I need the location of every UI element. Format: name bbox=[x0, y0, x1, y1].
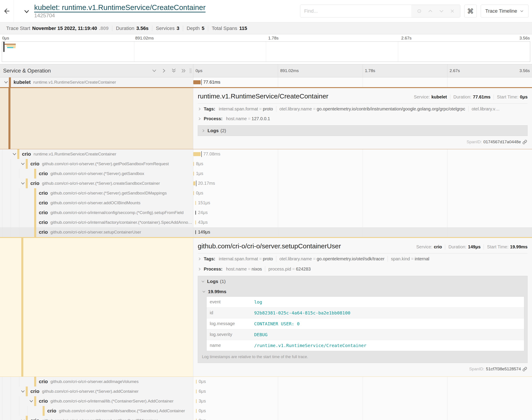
expand-chevron-down-icon[interactable] bbox=[20, 389, 26, 394]
span-timeline-cell[interactable]: 0μs bbox=[193, 406, 532, 416]
log-field-key: log.severity bbox=[210, 332, 254, 337]
tag-equals: = bbox=[312, 256, 317, 261]
minimap-tick-label: 2.67s bbox=[401, 36, 411, 41]
span-timeline-cell[interactable]: 77.08ms bbox=[193, 149, 532, 159]
next-result-chevron-down-icon[interactable] bbox=[439, 8, 444, 14]
expand-one-chevron-right-icon[interactable] bbox=[161, 68, 167, 73]
span-timeline-cell[interactable]: 8μs bbox=[193, 159, 532, 169]
meta-separator bbox=[494, 94, 494, 100]
expand-chevron-down-icon[interactable] bbox=[12, 152, 17, 157]
span-timeline-cell[interactable]: 3μs bbox=[193, 396, 532, 406]
minimap-canvas[interactable] bbox=[2, 42, 530, 62]
span-timeline-cell[interactable]: 1μs bbox=[193, 169, 532, 179]
span-row[interactable]: criogithub.com/cri-o/cri-o/server.(*Serv… bbox=[0, 169, 532, 179]
span-row[interactable]: criogithub.com/cri-o/cri-o/server.(*Serv… bbox=[0, 416, 532, 420]
span-duration-label: 0μs bbox=[199, 408, 206, 413]
span-timeline-cell[interactable]: 20.17ms bbox=[193, 179, 532, 188]
span-duration-bar[interactable] bbox=[193, 191, 194, 195]
expand-all-double-chevron-right-icon[interactable] bbox=[181, 68, 187, 73]
span-duration-bar[interactable] bbox=[193, 152, 201, 156]
span-timeline-cell[interactable]: 43μs bbox=[193, 218, 532, 227]
expand-chevron-down-icon[interactable] bbox=[20, 181, 26, 186]
span-row[interactable]: kubeletruntime.v1.RuntimeService/CreateC… bbox=[0, 77, 532, 87]
tags-accordion[interactable]: Tags:internal.span.format=protootel.libr… bbox=[198, 254, 528, 264]
span-duration-bar[interactable] bbox=[193, 172, 194, 176]
span-row[interactable]: criogithub.com/cri-o/cri-o/server.(*Serv… bbox=[0, 159, 532, 169]
span-duration-bar[interactable] bbox=[195, 201, 196, 205]
tree-indent-guide bbox=[2, 377, 2, 387]
span-detail-title-row: github.com/cri-o/cri-o/server.setupConta… bbox=[198, 242, 528, 250]
span-row[interactable]: crioruntime.v1.RuntimeService/CreateCont… bbox=[0, 149, 532, 159]
span-row[interactable]: criogithub.com/cri-o/cri-o/server.setupC… bbox=[0, 227, 532, 237]
span-log-tick bbox=[196, 180, 196, 186]
tree-indent-guide bbox=[2, 387, 2, 396]
link-icon[interactable] bbox=[522, 367, 527, 372]
trace-title-link[interactable]: kubelet: runtime.v1.RuntimeService/Creat… bbox=[34, 3, 205, 13]
span-duration-bar[interactable] bbox=[196, 380, 197, 384]
span-timeline-cell[interactable]: 6μs bbox=[193, 387, 532, 396]
span-duration-bar[interactable] bbox=[193, 162, 194, 166]
span-duration-bar[interactable] bbox=[195, 211, 196, 215]
trace-collapse-chevron-icon[interactable] bbox=[23, 9, 30, 14]
span-duration-bar[interactable] bbox=[196, 419, 197, 420]
span-duration-bar[interactable] bbox=[193, 80, 201, 84]
trace-view-dropdown[interactable]: Trace Timeline bbox=[481, 5, 529, 17]
tree-indent-guide bbox=[11, 188, 11, 198]
span-duration-bar[interactable] bbox=[196, 409, 197, 413]
expand-chevron-down-icon[interactable] bbox=[20, 162, 26, 166]
expand-chevron-down-icon[interactable] bbox=[28, 399, 34, 404]
span-timeline-cell[interactable]: 0μs bbox=[193, 188, 532, 198]
span-timeline-cell[interactable]: 24μs bbox=[193, 208, 532, 218]
link-icon[interactable] bbox=[522, 140, 527, 144]
span-timeline-cell[interactable]: 0μs bbox=[193, 377, 532, 387]
span-service-name: crio bbox=[31, 389, 39, 394]
span-color-bar bbox=[34, 227, 36, 237]
clear-search-x-icon[interactable] bbox=[450, 9, 455, 14]
column-resize-handle[interactable] bbox=[190, 68, 191, 73]
span-timeline-cell[interactable]: 0μs bbox=[193, 416, 532, 420]
back-button[interactable] bbox=[0, 0, 14, 22]
keyboard-shortcuts-button[interactable]: ⌘ bbox=[464, 5, 477, 17]
span-row[interactable]: criogithub.com/cri-o/cri-o/internal/fact… bbox=[0, 218, 532, 227]
span-timeline-cell[interactable]: 151μs bbox=[193, 198, 532, 208]
span-row[interactable]: criogithub.com/cri-o/cri-o/internal/lib/… bbox=[0, 406, 532, 416]
span-duration-bar[interactable] bbox=[193, 181, 195, 185]
span-name-cell: criogithub.com/cri-o/cri-o/internal/fact… bbox=[0, 218, 193, 227]
span-row[interactable]: criogithub.com/cri-o/cri-o/server.addIma… bbox=[0, 377, 532, 387]
span-timeline-cell[interactable]: 77.61ms bbox=[193, 77, 532, 87]
span-name-cell: criogithub.com/cri-o/cri-o/server.addOCI… bbox=[0, 198, 193, 208]
tags-accordion-label: Tags: bbox=[204, 256, 215, 261]
log-entry-header[interactable]: 19.99ms bbox=[201, 287, 524, 297]
logs-accordion-collapsed[interactable]: Logs(2) bbox=[198, 125, 528, 136]
span-duration-bar[interactable] bbox=[195, 220, 196, 225]
process-accordion[interactable]: Process:host.name=nixosprocess.pid=62428… bbox=[198, 264, 528, 274]
process-accordion[interactable]: Process:host.name=127.0.0.1 bbox=[198, 114, 528, 123]
span-duration-bar[interactable] bbox=[196, 399, 197, 403]
log-field-key: event bbox=[210, 299, 254, 305]
prev-result-chevron-up-icon[interactable] bbox=[428, 8, 433, 14]
meta-value: 19.99ms bbox=[510, 244, 528, 250]
logs-accordion-header[interactable]: Logs(1) bbox=[201, 276, 524, 287]
span-row[interactable]: criogithub.com/cri-o/cri-o/server.(*Serv… bbox=[0, 179, 532, 188]
tags-accordion[interactable]: Tags:internal.span.format=protootel.libr… bbox=[198, 104, 528, 114]
collapse-all-double-chevron-down-icon[interactable] bbox=[171, 68, 176, 74]
span-row[interactable]: criogithub.com/cri-o/cri-o/server.addOCI… bbox=[0, 198, 532, 208]
crosshair-icon[interactable] bbox=[417, 8, 422, 14]
minimap-view-scrubber[interactable] bbox=[3, 42, 5, 52]
span-row[interactable]: criogithub.com/cri-o/cri-o/server.(*Serv… bbox=[0, 188, 532, 198]
span-row[interactable]: criogithub.com/cri-o/cri-o/internal/lib.… bbox=[0, 396, 532, 406]
expand-chevron-down-icon[interactable] bbox=[20, 418, 26, 420]
span-row[interactable]: criogithub.com/cri-o/cri-o/internal/conf… bbox=[0, 208, 532, 218]
tag-equals: = bbox=[258, 256, 263, 261]
span-timeline-cell[interactable]: 149μs bbox=[193, 227, 532, 237]
span-color-bar bbox=[26, 179, 28, 188]
span-duration-bar[interactable] bbox=[195, 230, 196, 234]
summary-item: Depth5 bbox=[183, 26, 208, 31]
tree-indent-guide bbox=[11, 416, 11, 420]
span-duration-bar[interactable] bbox=[196, 390, 197, 393]
span-row[interactable]: criogithub.com/cri-o/cri-o/server.(*Serv… bbox=[0, 387, 532, 396]
collapse-one-chevron-down-icon[interactable] bbox=[152, 68, 157, 73]
find-input[interactable] bbox=[300, 5, 411, 17]
expand-chevron-down-icon[interactable] bbox=[3, 80, 9, 85]
logs-label: Logs bbox=[207, 128, 219, 133]
